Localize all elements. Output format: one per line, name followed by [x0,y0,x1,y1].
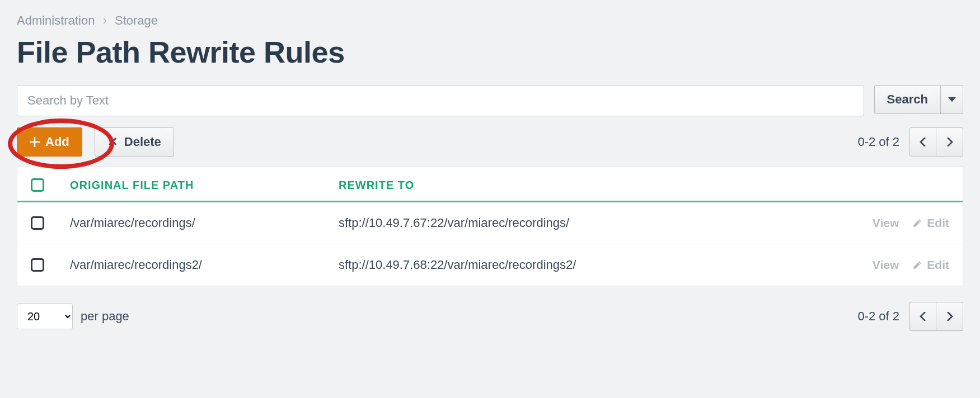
rules-table: ORIGINAL FILE PATH REWRITE TO /var/miare… [17,167,963,286]
table-row: /var/miarec/recordings/sftp://10.49.7.67… [17,202,963,244]
caret-down-icon [948,96,956,103]
chevron-left-icon [918,138,927,146]
breadcrumb-administration[interactable]: Administration [17,13,95,27]
per-page-label: per page [81,309,129,324]
view-link[interactable]: View [873,216,899,230]
search-dropdown-toggle[interactable] [941,85,963,114]
chevron-right-icon [945,312,954,321]
page-title: File Path Rewrite Rules [17,35,963,69]
table-row: /var/miarec/recordings2/sftp://10.49.7.6… [17,244,963,286]
column-header-rewrite[interactable]: REWRITE TO [339,179,820,192]
row-checkbox[interactable] [31,216,44,230]
prev-page-button-bottom[interactable] [909,302,936,331]
edit-link-label: Edit [927,258,949,272]
breadcrumb: Administration › Storage [17,13,963,28]
cell-rewrite-to: sftp://10.49.7.67:22/var/miarec/recordin… [339,216,820,230]
cell-rewrite-to: sftp://10.49.7.68:22/var/miarec/recordin… [339,258,820,272]
view-link[interactable]: View [873,258,899,272]
add-button[interactable]: Add [17,127,82,157]
close-icon: ✕ [107,135,118,149]
next-page-button[interactable] [936,127,963,157]
next-page-button-bottom[interactable] [936,302,963,331]
pagination-range-bottom: 0-2 of 2 [857,309,899,324]
chevron-right-icon: › [103,13,107,28]
select-all-checkbox[interactable] [31,178,44,192]
edit-link[interactable]: Edit [912,258,949,272]
plus-icon [30,137,40,147]
row-checkbox[interactable] [31,258,44,272]
per-page-select[interactable]: 20 [17,304,73,329]
cell-original-path: /var/miarec/recordings2/ [70,258,339,272]
pagination-range-top: 0-2 of 2 [857,135,899,149]
edit-icon [912,260,922,270]
edit-link[interactable]: Edit [912,216,949,230]
chevron-right-icon [945,138,954,146]
delete-button[interactable]: ✕ Delete [95,127,174,157]
column-header-original[interactable]: ORIGINAL FILE PATH [70,179,339,192]
table-header: ORIGINAL FILE PATH REWRITE TO [17,167,963,202]
cell-original-path: /var/miarec/recordings/ [70,216,339,230]
search-input[interactable] [17,85,864,116]
delete-button-label: Delete [124,135,161,149]
search-button[interactable]: Search [874,85,941,114]
add-button-label: Add [45,135,69,149]
chevron-left-icon [918,312,927,321]
breadcrumb-storage[interactable]: Storage [115,13,158,27]
prev-page-button[interactable] [909,127,936,157]
edit-link-label: Edit [927,216,949,230]
edit-icon [912,218,922,228]
